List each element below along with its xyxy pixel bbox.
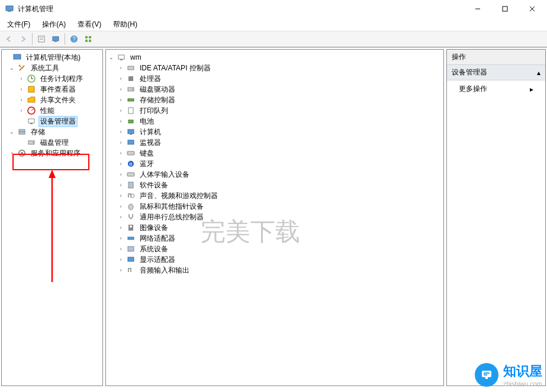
clock-icon: [27, 74, 36, 83]
device-category[interactable]: › 音频输入和输出: [107, 265, 442, 276]
device-category[interactable]: › 系统设备: [107, 244, 442, 254]
chevron-right-icon: ▸: [530, 85, 533, 93]
toolbar-view-icon[interactable]: [82, 33, 95, 46]
left-tree-pane[interactable]: ▶ 计算机管理(本地) ⌄ 系统工具 › 任务计划程序 › 事件查看器 ›: [1, 49, 103, 386]
services-icon: [17, 148, 27, 158]
device-icon: [126, 74, 136, 83]
menu-view[interactable]: 查看(V): [74, 18, 105, 31]
tree-system-tools[interactable]: ⌄ 系统工具: [3, 63, 101, 73]
toolbar-help-icon[interactable]: ?: [67, 33, 81, 46]
menu-help[interactable]: 帮助(H): [110, 18, 141, 31]
menu-file[interactable]: 文件(F): [4, 18, 34, 31]
device-category[interactable]: › 键盘: [107, 148, 442, 158]
expander-icon[interactable]: ›: [117, 85, 125, 93]
tree-device-manager[interactable]: › 设备管理器: [3, 116, 101, 127]
device-category[interactable]: › 图像设备: [107, 222, 442, 233]
performance-icon: [27, 106, 36, 115]
expander-icon[interactable]: ›: [117, 181, 125, 189]
device-category[interactable]: › 监视器: [107, 137, 442, 148]
svg-rect-3: [503, 7, 507, 11]
expander-icon[interactable]: ›: [117, 234, 125, 242]
expander-icon[interactable]: ›: [117, 117, 125, 125]
device-category[interactable]: › 软件设备: [107, 180, 442, 190]
tree-root[interactable]: ▶ 计算机管理(本地): [3, 52, 101, 63]
device-category[interactable]: › 电池: [107, 116, 442, 127]
device-category[interactable]: › 人体学输入设备: [107, 169, 442, 180]
device-category[interactable]: › 显示适配器: [107, 254, 442, 265]
expander-icon[interactable]: ›: [117, 160, 125, 168]
tree-task-scheduler[interactable]: › 任务计划程序: [3, 73, 101, 84]
expander-icon[interactable]: ›: [117, 96, 125, 104]
svg-rect-57: [128, 257, 134, 261]
back-button[interactable]: [2, 33, 15, 46]
device-icon: [126, 265, 136, 275]
close-button[interactable]: [519, 0, 546, 18]
device-category[interactable]: › 网络适配器: [107, 233, 442, 244]
expander-icon[interactable]: ⌄: [8, 64, 16, 72]
device-category[interactable]: › B 蓝牙: [107, 158, 442, 169]
device-label: 打印队列: [138, 105, 170, 116]
expander-icon[interactable]: ›: [117, 74, 125, 83]
tree-services-apps[interactable]: › 服务和应用程序: [3, 148, 101, 158]
expander-icon[interactable]: ›: [117, 192, 125, 200]
svg-rect-25: [30, 123, 33, 124]
device-category[interactable]: › IDE ATA/ATAPI 控制器: [107, 63, 442, 73]
device-root[interactable]: ⌄ wm: [107, 52, 442, 63]
tree-disk-management[interactable]: › 磁盘管理: [3, 137, 101, 148]
svg-rect-35: [120, 59, 123, 60]
expander-icon[interactable]: ›: [17, 85, 25, 93]
device-category[interactable]: › 鼠标和其他指针设备: [107, 201, 442, 212]
expander-icon[interactable]: ›: [117, 255, 125, 264]
expander-icon[interactable]: ›: [117, 170, 125, 179]
expander-icon[interactable]: ⌄: [107, 53, 115, 61]
actions-subheader[interactable]: 设备管理器 ▴: [447, 65, 545, 80]
tree-shared-folders[interactable]: › 共享文件夹: [3, 95, 101, 105]
toolbar-properties-icon[interactable]: [35, 33, 48, 46]
device-category[interactable]: › 声音、视频和游戏控制器: [107, 190, 442, 201]
expander-icon[interactable]: ›: [17, 106, 25, 115]
expander-icon[interactable]: ›: [117, 64, 125, 72]
expander-icon[interactable]: ›: [8, 149, 16, 157]
expander-icon[interactable]: ›: [117, 128, 125, 136]
expander-icon[interactable]: ›: [117, 223, 125, 232]
svg-rect-37: [128, 76, 133, 81]
device-category[interactable]: › 处理器: [107, 73, 442, 84]
svg-rect-6: [38, 36, 44, 42]
tree-performance[interactable]: › 性能: [3, 105, 101, 116]
actions-pane: 操作 设备管理器 ▴ 更多操作 ▸: [446, 49, 546, 386]
device-tree-pane[interactable]: ⌄ wm › IDE ATA/ATAPI 控制器› 处理器› 磁盘驱动器› 存储…: [105, 49, 444, 386]
expander-icon[interactable]: ›: [117, 106, 125, 115]
expander-icon[interactable]: ›: [17, 96, 25, 104]
tree-event-viewer[interactable]: › 事件查看器: [3, 84, 101, 95]
device-label: 计算机: [138, 127, 163, 138]
maximize-button[interactable]: [491, 0, 519, 18]
expander-icon[interactable]: ›: [117, 213, 125, 221]
toolbar-monitor-icon[interactable]: [49, 33, 62, 46]
expander-icon[interactable]: ›: [117, 149, 125, 157]
device-icon: [126, 85, 136, 94]
device-category[interactable]: › 通用串行总线控制器: [107, 212, 442, 222]
svg-rect-36: [128, 66, 134, 70]
svg-rect-21: [28, 86, 34, 92]
expander-icon[interactable]: ›: [117, 202, 125, 210]
device-icon: [126, 234, 136, 243]
device-category[interactable]: › 磁盘驱动器: [107, 84, 442, 95]
svg-rect-60: [484, 374, 487, 375]
expander-icon[interactable]: ›: [117, 266, 125, 274]
device-category[interactable]: › 计算机: [107, 127, 442, 137]
expander-icon[interactable]: ›: [17, 74, 25, 83]
forward-button[interactable]: [17, 33, 30, 46]
svg-rect-17: [14, 54, 21, 59]
device-category[interactable]: › 存储控制器: [107, 95, 442, 105]
more-actions-item[interactable]: 更多操作 ▸: [447, 80, 545, 98]
brand-url: zhishiwu.com: [503, 380, 542, 387]
menu-action[interactable]: 操作(A): [38, 18, 69, 31]
collapse-icon[interactable]: ▴: [537, 69, 540, 77]
expander-icon[interactable]: ⌄: [8, 128, 16, 136]
expander-icon[interactable]: ›: [117, 245, 125, 253]
tree-storage[interactable]: ⌄ 存储: [3, 127, 101, 137]
device-category[interactable]: › 打印队列: [107, 105, 442, 116]
expander-icon[interactable]: ›: [117, 138, 125, 147]
minimize-button[interactable]: [464, 0, 491, 18]
device-icon: [126, 106, 136, 115]
